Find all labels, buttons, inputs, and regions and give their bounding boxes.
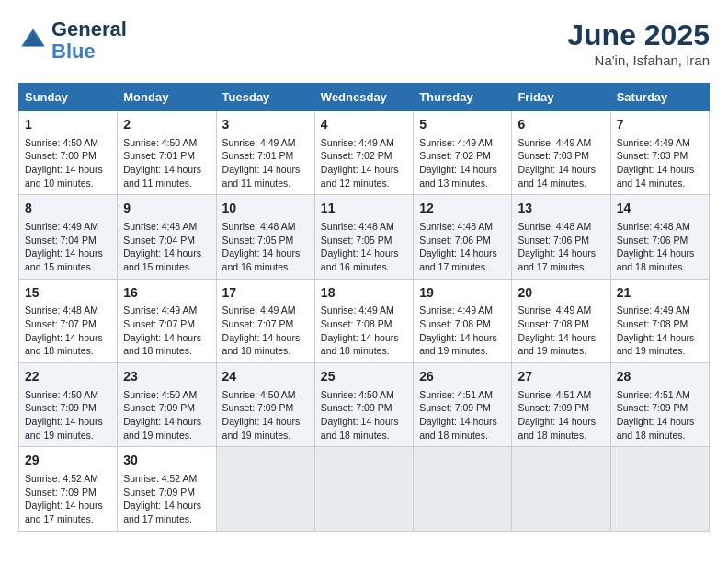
- day-info: Sunrise: 4:49 AMSunset: 7:02 PMDaylight:…: [321, 136, 407, 190]
- calendar-cell: [414, 447, 512, 531]
- day-info: Sunrise: 4:49 AMSunset: 7:04 PMDaylight:…: [25, 220, 111, 274]
- calendar-table: SundayMondayTuesdayWednesdayThursdayFrid…: [18, 83, 710, 532]
- day-number: 7: [617, 116, 703, 134]
- day-info: Sunrise: 4:48 AMSunset: 7:05 PMDaylight:…: [222, 220, 309, 274]
- day-number: 24: [222, 368, 309, 386]
- day-number: 10: [222, 200, 309, 218]
- day-number: 25: [321, 368, 407, 386]
- day-number: 4: [321, 116, 407, 134]
- header-monday: Monday: [118, 84, 216, 111]
- calendar-cell: 25Sunrise: 4:50 AMSunset: 7:09 PMDayligh…: [314, 363, 413, 447]
- location: Na'in, Isfahan, Iran: [567, 52, 710, 68]
- day-number: 26: [419, 368, 506, 386]
- calendar-week-row: 29Sunrise: 4:52 AMSunset: 7:09 PMDayligh…: [19, 447, 710, 531]
- header-saturday: Saturday: [610, 84, 709, 111]
- day-number: 30: [123, 452, 210, 470]
- calendar-cell: 21Sunrise: 4:49 AMSunset: 7:08 PMDayligh…: [610, 279, 709, 362]
- calendar-cell: 4Sunrise: 4:49 AMSunset: 7:02 PMDaylight…: [314, 111, 413, 195]
- calendar-cell: 10Sunrise: 4:48 AMSunset: 7:05 PMDayligh…: [216, 195, 314, 279]
- calendar-cell: 29Sunrise: 4:52 AMSunset: 7:09 PMDayligh…: [19, 447, 118, 531]
- logo: General Blue: [18, 18, 127, 63]
- logo-line2: Blue: [51, 40, 127, 63]
- day-info: Sunrise: 4:51 AMSunset: 7:09 PMDaylight:…: [518, 388, 604, 442]
- day-number: 11: [321, 200, 407, 218]
- day-number: 6: [518, 116, 604, 134]
- day-number: 29: [25, 452, 111, 470]
- calendar-cell: [512, 447, 610, 531]
- calendar-cell: 18Sunrise: 4:49 AMSunset: 7:08 PMDayligh…: [314, 279, 413, 362]
- day-info: Sunrise: 4:50 AMSunset: 7:09 PMDaylight:…: [222, 388, 309, 442]
- calendar-cell: 13Sunrise: 4:48 AMSunset: 7:06 PMDayligh…: [512, 195, 610, 279]
- calendar-cell: 14Sunrise: 4:48 AMSunset: 7:06 PMDayligh…: [610, 195, 709, 279]
- calendar-cell: 30Sunrise: 4:52 AMSunset: 7:09 PMDayligh…: [118, 447, 216, 531]
- day-number: 5: [419, 116, 506, 134]
- day-number: 9: [123, 200, 210, 218]
- calendar-cell: 11Sunrise: 4:48 AMSunset: 7:05 PMDayligh…: [314, 195, 413, 279]
- day-number: 21: [617, 284, 703, 303]
- calendar-cell: [610, 447, 709, 531]
- day-info: Sunrise: 4:49 AMSunset: 7:02 PMDaylight:…: [419, 136, 506, 190]
- day-number: 12: [419, 200, 506, 218]
- calendar-cell: 19Sunrise: 4:49 AMSunset: 7:08 PMDayligh…: [414, 279, 512, 362]
- calendar-week-row: 1Sunrise: 4:50 AMSunset: 7:00 PMDaylight…: [19, 111, 710, 195]
- calendar-cell: [314, 447, 413, 531]
- calendar-cell: 17Sunrise: 4:49 AMSunset: 7:07 PMDayligh…: [216, 279, 314, 362]
- day-number: 8: [25, 200, 111, 218]
- header-sunday: Sunday: [19, 84, 118, 111]
- calendar-cell: [216, 447, 314, 531]
- day-number: 18: [321, 284, 407, 303]
- day-number: 1: [25, 116, 111, 134]
- day-info: Sunrise: 4:50 AMSunset: 7:09 PMDaylight:…: [25, 388, 111, 442]
- day-info: Sunrise: 4:51 AMSunset: 7:09 PMDaylight:…: [419, 388, 506, 442]
- day-number: 14: [617, 200, 703, 218]
- logo-icon: [18, 26, 48, 55]
- calendar-cell: 3Sunrise: 4:49 AMSunset: 7:01 PMDaylight…: [216, 111, 314, 195]
- day-number: 20: [518, 284, 604, 303]
- calendar-cell: 2Sunrise: 4:50 AMSunset: 7:01 PMDaylight…: [118, 111, 216, 195]
- day-info: Sunrise: 4:52 AMSunset: 7:09 PMDaylight:…: [123, 472, 210, 526]
- calendar-cell: 1Sunrise: 4:50 AMSunset: 7:00 PMDaylight…: [19, 111, 118, 195]
- day-info: Sunrise: 4:50 AMSunset: 7:09 PMDaylight:…: [321, 388, 407, 442]
- day-info: Sunrise: 4:48 AMSunset: 7:04 PMDaylight:…: [123, 220, 210, 274]
- calendar-cell: 16Sunrise: 4:49 AMSunset: 7:07 PMDayligh…: [118, 279, 216, 362]
- day-info: Sunrise: 4:48 AMSunset: 7:06 PMDaylight:…: [419, 220, 506, 274]
- calendar-cell: 9Sunrise: 4:48 AMSunset: 7:04 PMDaylight…: [118, 195, 216, 279]
- day-number: 3: [222, 116, 309, 134]
- day-info: Sunrise: 4:49 AMSunset: 7:01 PMDaylight:…: [222, 136, 309, 190]
- logo-line1: General: [51, 18, 127, 40]
- day-number: 19: [419, 284, 506, 303]
- day-info: Sunrise: 4:52 AMSunset: 7:09 PMDaylight:…: [25, 472, 111, 526]
- header-friday: Friday: [512, 84, 610, 111]
- day-info: Sunrise: 4:49 AMSunset: 7:08 PMDaylight:…: [617, 304, 703, 358]
- day-info: Sunrise: 4:49 AMSunset: 7:03 PMDaylight:…: [518, 136, 604, 190]
- day-number: 15: [25, 284, 111, 303]
- day-info: Sunrise: 4:50 AMSunset: 7:01 PMDaylight:…: [123, 136, 210, 190]
- day-number: 2: [123, 116, 210, 134]
- day-info: Sunrise: 4:49 AMSunset: 7:08 PMDaylight:…: [419, 304, 506, 358]
- calendar-cell: 8Sunrise: 4:49 AMSunset: 7:04 PMDaylight…: [19, 195, 118, 279]
- day-info: Sunrise: 4:50 AMSunset: 7:09 PMDaylight:…: [123, 388, 210, 442]
- day-info: Sunrise: 4:48 AMSunset: 7:06 PMDaylight:…: [617, 220, 703, 274]
- calendar-cell: 22Sunrise: 4:50 AMSunset: 7:09 PMDayligh…: [19, 363, 118, 447]
- calendar-week-row: 15Sunrise: 4:48 AMSunset: 7:07 PMDayligh…: [19, 279, 710, 362]
- calendar-cell: 12Sunrise: 4:48 AMSunset: 7:06 PMDayligh…: [414, 195, 512, 279]
- calendar-cell: 28Sunrise: 4:51 AMSunset: 7:09 PMDayligh…: [610, 363, 709, 447]
- calendar-cell: 15Sunrise: 4:48 AMSunset: 7:07 PMDayligh…: [19, 279, 118, 362]
- day-info: Sunrise: 4:49 AMSunset: 7:07 PMDaylight:…: [123, 304, 210, 358]
- calendar-cell: 5Sunrise: 4:49 AMSunset: 7:02 PMDaylight…: [414, 111, 512, 195]
- calendar-week-row: 8Sunrise: 4:49 AMSunset: 7:04 PMDaylight…: [19, 195, 710, 279]
- calendar-cell: 7Sunrise: 4:49 AMSunset: 7:03 PMDaylight…: [610, 111, 709, 195]
- day-info: Sunrise: 4:50 AMSunset: 7:00 PMDaylight:…: [25, 136, 111, 190]
- calendar-header-row: SundayMondayTuesdayWednesdayThursdayFrid…: [19, 84, 710, 111]
- day-number: 13: [518, 200, 604, 218]
- calendar-cell: 6Sunrise: 4:49 AMSunset: 7:03 PMDaylight…: [512, 111, 610, 195]
- day-number: 23: [123, 368, 210, 386]
- header-wednesday: Wednesday: [314, 84, 413, 111]
- calendar-cell: 20Sunrise: 4:49 AMSunset: 7:08 PMDayligh…: [512, 279, 610, 362]
- calendar-cell: 26Sunrise: 4:51 AMSunset: 7:09 PMDayligh…: [414, 363, 512, 447]
- header-thursday: Thursday: [414, 84, 512, 111]
- title-block: June 2025 Na'in, Isfahan, Iran: [567, 18, 710, 68]
- day-number: 17: [222, 284, 309, 303]
- day-info: Sunrise: 4:49 AMSunset: 7:07 PMDaylight:…: [222, 304, 309, 358]
- day-info: Sunrise: 4:48 AMSunset: 7:07 PMDaylight:…: [25, 304, 111, 358]
